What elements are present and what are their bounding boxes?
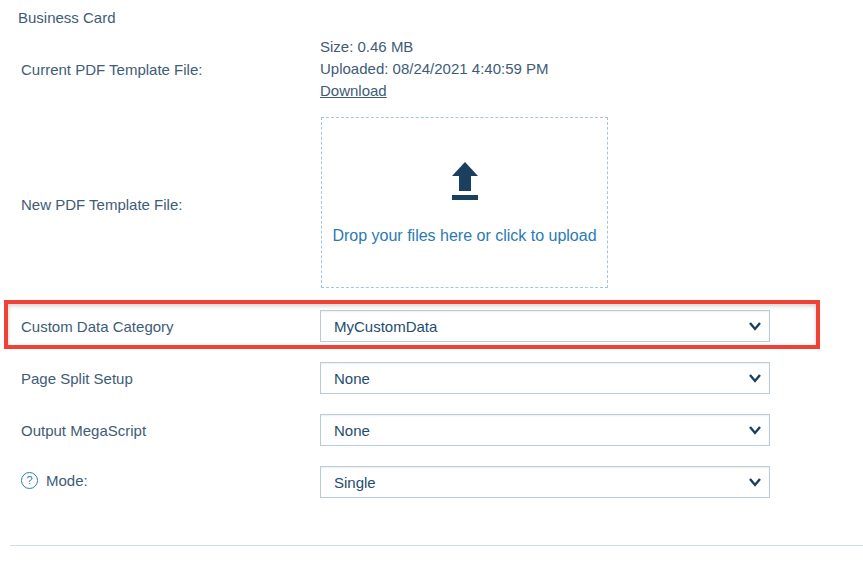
custom-data-category-label: Custom Data Category bbox=[21, 318, 174, 335]
output-megascript-select[interactable]: None bbox=[320, 414, 770, 446]
file-dropzone[interactable]: Drop your files here or click to upload bbox=[321, 117, 608, 288]
mode-select[interactable]: Single bbox=[320, 466, 770, 498]
section-divider bbox=[10, 545, 863, 546]
custom-data-category-select-wrap: MyCustomData bbox=[320, 310, 770, 342]
page-split-setup-select[interactable]: None bbox=[320, 362, 770, 394]
file-size-text: Size: 0.46 MB bbox=[320, 36, 549, 58]
current-pdf-template-label: Current PDF Template File: bbox=[21, 61, 202, 78]
page-title: Business Card bbox=[18, 9, 116, 26]
output-megascript-label: Output MegaScript bbox=[21, 422, 146, 439]
page-split-setup-label: Page Split Setup bbox=[21, 370, 133, 387]
dropzone-text: Drop your files here or click to upload bbox=[332, 227, 596, 245]
output-megascript-select-wrap: None bbox=[320, 414, 770, 446]
page-split-setup-select-wrap: None bbox=[320, 362, 770, 394]
current-file-info: Size: 0.46 MB Uploaded: 08/24/2021 4:40:… bbox=[320, 36, 549, 102]
mode-label-group: ? Mode: bbox=[21, 472, 88, 489]
question-circle-icon[interactable]: ? bbox=[21, 472, 38, 489]
custom-data-category-select[interactable]: MyCustomData bbox=[320, 310, 770, 342]
file-uploaded-text: Uploaded: 08/24/2021 4:40:59 PM bbox=[320, 58, 549, 80]
new-pdf-template-label: New PDF Template File: bbox=[21, 196, 182, 213]
mode-label: Mode: bbox=[46, 472, 88, 489]
download-link[interactable]: Download bbox=[320, 80, 387, 102]
mode-select-wrap: Single bbox=[320, 466, 770, 498]
upload-arrow-icon bbox=[445, 161, 485, 201]
